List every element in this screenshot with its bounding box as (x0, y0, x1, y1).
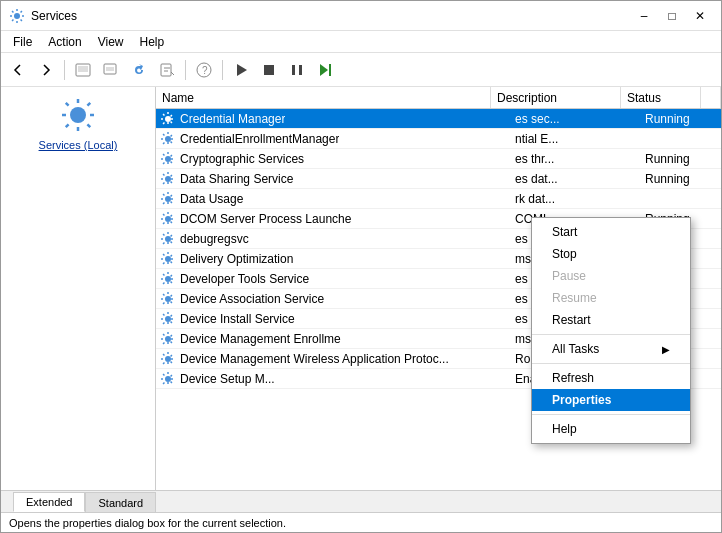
show-button[interactable] (98, 57, 124, 83)
row-desc-cell: es sec... (511, 109, 641, 128)
maximize-button[interactable]: □ (659, 5, 685, 27)
svg-point-14 (70, 107, 86, 123)
row-status-cell (641, 129, 721, 148)
tab-extended[interactable]: Extended (13, 492, 85, 512)
back-button[interactable] (5, 57, 31, 83)
sidebar-label[interactable]: Services (Local) (39, 139, 118, 151)
svg-point-27 (165, 356, 171, 362)
table-row[interactable]: Cryptographic Serviceses thr...Running (156, 149, 721, 169)
refresh-button[interactable] (126, 57, 152, 83)
row-name-cell: Developer Tools Service (156, 269, 511, 288)
help-button[interactable]: ? (191, 57, 217, 83)
row-name-cell: Device Management Wireless Application P… (156, 349, 511, 368)
row-name-text: Device Management Enrollme (180, 332, 341, 346)
row-status-cell: Running (641, 169, 721, 188)
ctx-item-stop[interactable]: Stop (532, 243, 690, 265)
toolbar-separator-2 (185, 60, 186, 80)
ctx-item-label: Resume (552, 291, 597, 305)
tabs-area: ExtendedStandard (1, 490, 721, 512)
table-row[interactable]: Credential Manageres sec...Running (156, 109, 721, 129)
context-menu: StartStopPauseResumeRestartAll Tasks▶Ref… (531, 217, 691, 444)
ctx-item-label: Help (552, 422, 577, 436)
row-name-text: Data Usage (180, 192, 243, 206)
ctx-item-start[interactable]: Start (532, 221, 690, 243)
row-name-cell: DCOM Server Process Launche (156, 209, 511, 228)
row-name-text: Delivery Optimization (180, 252, 293, 266)
content-area: Name Description Status Credential Manag… (156, 87, 721, 490)
header-name[interactable]: Name (156, 87, 491, 108)
export-button[interactable] (154, 57, 180, 83)
row-name-cell: Delivery Optimization (156, 249, 511, 268)
minimize-button[interactable]: – (631, 5, 657, 27)
status-text: Opens the properties dialog box for the … (9, 517, 286, 529)
header-description[interactable]: Description (491, 87, 621, 108)
svg-point-25 (165, 316, 171, 322)
svg-point-16 (165, 136, 171, 142)
title-bar: Services – □ ✕ (1, 1, 721, 31)
row-status-cell: Running (641, 149, 721, 168)
row-name-text: Device Association Service (180, 292, 324, 306)
header-extra (701, 87, 721, 108)
forward-button[interactable] (33, 57, 59, 83)
ctx-item-label: Pause (552, 269, 586, 283)
svg-rect-5 (161, 64, 171, 76)
ctx-item-label: Refresh (552, 371, 594, 385)
row-name-cell: Cryptographic Services (156, 149, 511, 168)
svg-point-19 (165, 196, 171, 202)
svg-rect-13 (329, 64, 331, 76)
ctx-item-help[interactable]: Help (532, 418, 690, 440)
ctx-item-restart[interactable]: Restart (532, 309, 690, 331)
row-name-text: Data Sharing Service (180, 172, 293, 186)
row-name-cell: Device Association Service (156, 289, 511, 308)
header-status[interactable]: Status (621, 87, 701, 108)
close-button[interactable]: ✕ (687, 5, 713, 27)
row-desc-cell: rk dat... (511, 189, 641, 208)
table-row[interactable]: Data Usagerk dat... (156, 189, 721, 209)
ctx-item-properties[interactable]: Properties (532, 389, 690, 411)
sidebar: Services (Local) (1, 87, 156, 490)
row-name-text: Credential Manager (180, 112, 285, 126)
svg-point-21 (165, 236, 171, 242)
table-row[interactable]: CredentialEnrollmentManagerntial E... (156, 129, 721, 149)
ctx-item-label: Restart (552, 313, 591, 327)
table-row[interactable]: Data Sharing Servicees dat...Running (156, 169, 721, 189)
row-gear-icon (160, 111, 176, 127)
svg-rect-4 (106, 67, 114, 71)
row-gear-icon (160, 211, 176, 227)
svg-point-28 (165, 376, 171, 382)
console-button[interactable] (70, 57, 96, 83)
ctx-item-all-tasks[interactable]: All Tasks▶ (532, 338, 690, 360)
play-button[interactable] (228, 57, 254, 83)
row-gear-icon (160, 251, 176, 267)
menu-help[interactable]: Help (132, 33, 173, 51)
row-name-cell: Credential Manager (156, 109, 511, 128)
menu-action[interactable]: Action (40, 33, 89, 51)
menu-file[interactable]: File (5, 33, 40, 51)
row-desc-cell: es dat... (511, 169, 641, 188)
title-icon (9, 8, 25, 24)
row-name-text: Cryptographic Services (180, 152, 304, 166)
stop-button[interactable] (256, 57, 282, 83)
row-name-cell: CredentialEnrollmentManager (156, 129, 511, 148)
svg-point-17 (165, 156, 171, 162)
pause-button[interactable] (284, 57, 310, 83)
menu-bar: File Action View Help (1, 31, 721, 53)
status-bar: Opens the properties dialog box for the … (1, 512, 721, 532)
ctx-item-refresh[interactable]: Refresh (532, 367, 690, 389)
main-window: Services – □ ✕ File Action View Help (0, 0, 722, 533)
row-gear-icon (160, 311, 176, 327)
menu-view[interactable]: View (90, 33, 132, 51)
row-name-cell: Device Setup M... (156, 369, 511, 388)
row-gear-icon (160, 171, 176, 187)
step-button[interactable] (312, 57, 338, 83)
ctx-item-label: Properties (552, 393, 611, 407)
svg-marker-12 (320, 64, 328, 76)
tab-standard[interactable]: Standard (85, 492, 156, 512)
svg-point-18 (165, 176, 171, 182)
svg-point-0 (14, 13, 20, 19)
svg-point-20 (165, 216, 171, 222)
row-gear-icon (160, 351, 176, 367)
svg-point-24 (165, 296, 171, 302)
row-name-text: CredentialEnrollmentManager (180, 132, 339, 146)
svg-rect-10 (292, 65, 295, 75)
